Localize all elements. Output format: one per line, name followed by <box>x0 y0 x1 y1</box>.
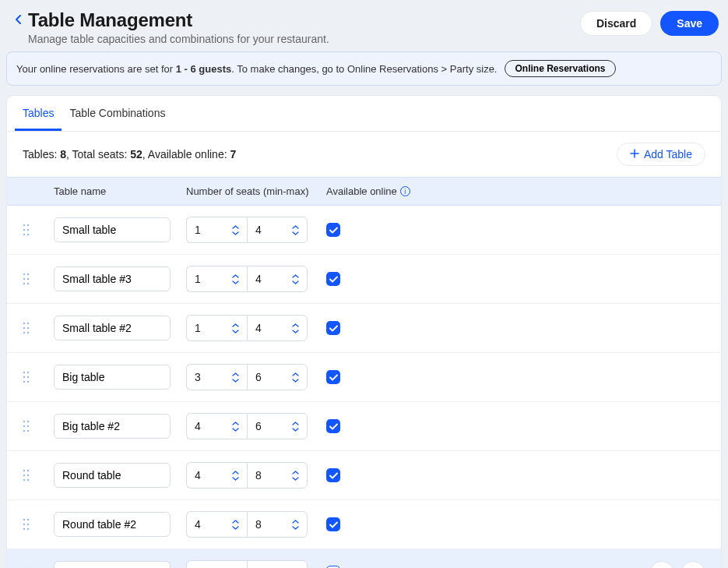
available-online-checkbox[interactable] <box>326 517 340 531</box>
stepper-up-icon[interactable] <box>292 520 299 524</box>
stepper-down-icon[interactable] <box>232 526 239 530</box>
max-seats-stepper[interactable]: 4 <box>247 266 308 292</box>
max-seats-value: 4 <box>255 322 292 334</box>
stepper-up-icon[interactable] <box>292 372 299 376</box>
stepper-down-icon[interactable] <box>292 526 299 530</box>
stepper-down-icon[interactable] <box>292 379 299 383</box>
online-reservations-link[interactable]: Online Reservations <box>505 60 615 77</box>
min-seats-stepper[interactable]: 10 <box>186 560 247 568</box>
svg-point-1 <box>27 224 29 226</box>
svg-point-27 <box>27 425 29 427</box>
max-seats-stepper[interactable]: 4 <box>247 217 308 243</box>
stepper-up-icon[interactable] <box>292 274 299 278</box>
table-name-input[interactable] <box>54 266 171 291</box>
stepper-down-icon[interactable] <box>232 428 239 432</box>
available-online-checkbox[interactable] <box>326 272 340 286</box>
discard-button[interactable]: Discard <box>580 11 652 36</box>
stepper-up-icon[interactable] <box>232 274 239 278</box>
stepper-down-icon[interactable] <box>232 379 239 383</box>
available-online-checkbox[interactable] <box>326 370 340 384</box>
svg-point-8 <box>23 278 25 280</box>
table-name-input[interactable] <box>54 561 171 568</box>
available-online-checkbox[interactable] <box>326 419 340 433</box>
stepper-up-icon[interactable] <box>232 372 239 376</box>
stepper-down-icon[interactable] <box>232 477 239 481</box>
svg-point-15 <box>27 327 29 329</box>
min-seats-stepper[interactable]: 3 <box>186 364 247 390</box>
svg-point-28 <box>23 430 25 432</box>
min-seats-stepper[interactable]: 1 <box>186 217 247 243</box>
stepper-up-icon[interactable] <box>292 225 299 229</box>
max-seats-stepper[interactable]: 4 <box>247 315 308 341</box>
table-name-input[interactable] <box>54 414 171 439</box>
drag-handle-icon[interactable] <box>23 224 33 236</box>
svg-point-30 <box>23 470 25 471</box>
table-name-input[interactable] <box>54 316 171 340</box>
svg-point-23 <box>27 381 29 383</box>
svg-point-10 <box>23 283 25 284</box>
stepper-down-icon[interactable] <box>292 477 299 481</box>
svg-point-12 <box>23 323 25 324</box>
tab-tables[interactable]: Tables <box>15 96 62 131</box>
drag-handle-icon[interactable] <box>23 518 33 531</box>
info-icon[interactable]: i <box>400 186 410 196</box>
max-seats-stepper[interactable]: 8 <box>247 511 308 538</box>
stepper-down-icon[interactable] <box>232 231 239 235</box>
available-online-checkbox[interactable] <box>326 321 340 335</box>
max-seats-value: 4 <box>255 273 292 285</box>
drag-handle-icon[interactable] <box>23 322 33 334</box>
back-button[interactable] <box>9 9 28 25</box>
stepper-down-icon[interactable] <box>292 280 299 284</box>
stepper-up-icon[interactable] <box>292 471 299 475</box>
svg-point-22 <box>23 381 25 383</box>
available-online-checkbox[interactable] <box>326 223 340 237</box>
drag-handle-icon[interactable] <box>23 420 33 432</box>
table-name-input[interactable] <box>54 365 171 390</box>
stepper-up-icon[interactable] <box>292 422 299 425</box>
add-table-button-top[interactable]: Add Table <box>617 143 705 166</box>
table-row: 14 <box>7 255 721 304</box>
stepper-down-icon[interactable] <box>232 280 239 284</box>
max-seats-stepper[interactable]: 12 <box>247 560 308 568</box>
add-table-label: Add Table <box>644 148 692 161</box>
banner-text-suffix: . To make changes, go to Online Reservat… <box>231 63 497 75</box>
save-button[interactable]: Save <box>660 11 719 36</box>
svg-point-14 <box>23 327 25 329</box>
banner-text-prefix: Your online reservations are set for <box>16 63 176 75</box>
table-row: 48 <box>7 451 721 500</box>
duplicate-button[interactable] <box>649 561 674 568</box>
stepper-down-icon[interactable] <box>292 330 299 333</box>
stepper-up-icon[interactable] <box>232 323 239 327</box>
drag-handle-icon[interactable] <box>23 469 33 482</box>
stepper-down-icon[interactable] <box>292 428 299 432</box>
delete-button[interactable] <box>681 561 705 568</box>
table-row: 1012 <box>7 549 721 568</box>
drag-handle-icon[interactable] <box>23 371 33 383</box>
min-seats-stepper[interactable]: 4 <box>186 462 247 489</box>
max-seats-stepper[interactable]: 8 <box>247 462 308 489</box>
min-seats-stepper[interactable]: 4 <box>186 413 247 439</box>
table-name-input[interactable] <box>54 512 171 537</box>
tab-combinations[interactable]: Table Combinations <box>62 96 173 131</box>
max-seats-stepper[interactable]: 6 <box>247 364 308 390</box>
min-seats-stepper[interactable]: 1 <box>186 266 247 292</box>
max-seats-stepper[interactable]: 6 <box>247 413 308 439</box>
table-name-input[interactable] <box>54 217 171 242</box>
svg-point-35 <box>27 479 29 481</box>
stepper-down-icon[interactable] <box>292 231 299 235</box>
stepper-up-icon[interactable] <box>232 225 239 229</box>
svg-point-3 <box>27 229 29 231</box>
available-online-checkbox[interactable] <box>326 468 340 482</box>
available-online-checkbox[interactable] <box>326 566 340 569</box>
table-name-input[interactable] <box>54 463 171 488</box>
stepper-up-icon[interactable] <box>292 323 299 327</box>
stepper-up-icon[interactable] <box>232 520 239 524</box>
stepper-up-icon[interactable] <box>232 471 239 475</box>
min-seats-stepper[interactable]: 4 <box>186 511 247 538</box>
table-row: 46 <box>7 402 721 451</box>
min-seats-stepper[interactable]: 1 <box>186 315 247 341</box>
drag-handle-icon[interactable] <box>23 273 33 285</box>
stepper-down-icon[interactable] <box>232 330 239 333</box>
stepper-up-icon[interactable] <box>232 422 239 425</box>
svg-point-29 <box>27 430 29 432</box>
